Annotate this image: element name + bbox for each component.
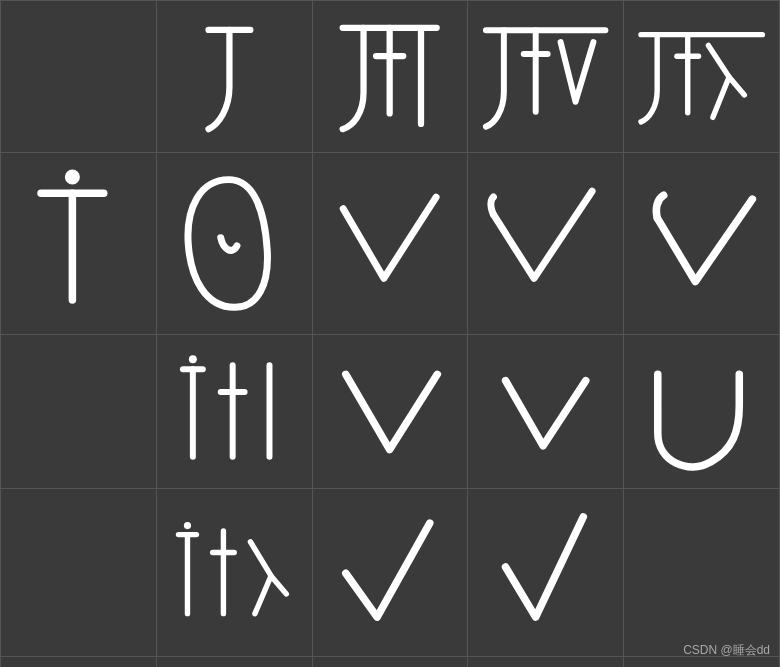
cell-r4-c1 (157, 657, 313, 667)
svg-point-2 (183, 522, 190, 529)
cell-r0-c0 (1, 1, 157, 153)
cell-r2-c1 (157, 335, 313, 489)
cell-r3-c0 (1, 489, 157, 657)
cell-r2-c2 (313, 335, 469, 489)
cell-r4-c0 (1, 657, 157, 667)
cell-r2-c4 (624, 335, 780, 489)
svg-point-1 (188, 355, 196, 363)
cell-r1-c3 (468, 153, 624, 335)
cell-r3-c1 (157, 489, 313, 657)
cell-r4-c3 (468, 657, 624, 667)
cell-r1-c4 (624, 153, 780, 335)
cell-r4-c2 (313, 657, 469, 667)
cell-r0-c2 (313, 1, 469, 153)
cell-r3-c2 (313, 489, 469, 657)
cell-r1-c0 (1, 153, 157, 335)
cell-r2-c3 (468, 335, 624, 489)
cell-r0-c4 (624, 1, 780, 153)
cell-r3-c4 (624, 489, 780, 657)
cell-r0-c1 (157, 1, 313, 153)
cell-r1-c2 (313, 153, 469, 335)
grid-container (0, 0, 780, 667)
cell-r1-c1 (157, 153, 313, 335)
cell-r0-c3 (468, 1, 624, 153)
cell-r2-c0 (1, 335, 157, 489)
cell-r3-c3 (468, 489, 624, 657)
watermark: CSDN @睡会dd (683, 642, 770, 659)
svg-point-0 (68, 173, 76, 181)
